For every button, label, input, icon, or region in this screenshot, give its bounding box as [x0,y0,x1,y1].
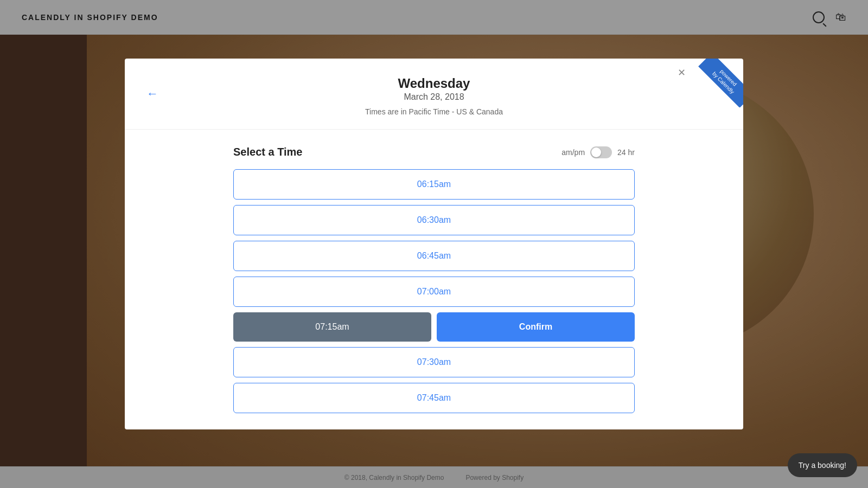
powered-by-ribbon: powered by Calendly [694,59,743,107]
calendly-modal: powered by Calendly ✕ ← Wednesday March … [125,59,743,429]
modal-day: Wednesday [146,76,722,91]
close-button[interactable]: ✕ [674,65,689,80]
ribbon-label: powered by Calendly [698,59,743,107]
time-slot-selected-row: 07:15amConfirm [233,312,635,342]
modal-date: March 28, 2018 [146,92,722,102]
time-slot-slot-0745[interactable]: 07:45am [233,383,635,413]
time-slots-list: 06:15am06:30am06:45am07:00am07:15amConfi… [233,169,635,413]
ampm-label: am/pm [561,148,585,157]
time-format-switch[interactable] [590,146,612,158]
24hr-label: 24 hr [617,148,635,157]
toggle-knob [591,147,601,157]
time-slot-selected-slot-0715[interactable]: 07:15am [233,312,431,342]
confirm-button[interactable]: Confirm [437,312,635,342]
time-slot-slot-0730[interactable]: 07:30am [233,347,635,377]
time-slot-slot-0645[interactable]: 06:45am [233,241,635,271]
modal-body: Select a Time am/pm 24 hr 06:15am06:30am… [125,130,743,429]
back-button[interactable]: ← [146,87,158,101]
try-booking-button[interactable]: Try a booking! [788,453,857,477]
time-slot-slot-0630[interactable]: 06:30am [233,205,635,235]
time-slot-slot-0615[interactable]: 06:15am [233,169,635,200]
select-time-label: Select a Time [233,146,302,158]
modal-header: ← Wednesday March 28, 2018 Times are in … [125,59,743,130]
time-slot-slot-0700[interactable]: 07:00am [233,277,635,307]
time-section-header: Select a Time am/pm 24 hr [233,146,635,158]
modal-timezone: Times are in Pacific Time - US & Canada [146,107,722,116]
time-format-toggle: am/pm 24 hr [561,146,635,158]
